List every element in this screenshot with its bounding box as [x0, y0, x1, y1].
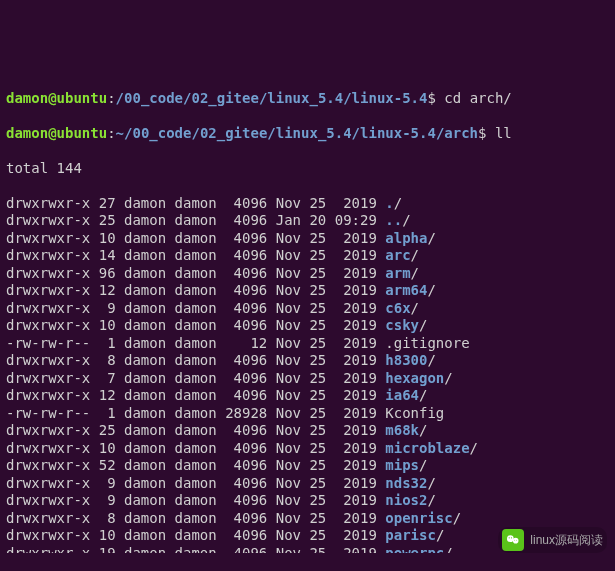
dir-slash: / [444, 370, 452, 386]
dir-name: alpha [385, 230, 427, 246]
svg-point-4 [515, 540, 516, 541]
list-item: -rw-rw-r-- 1 damon damon 12 Nov 25 2019 … [6, 335, 609, 353]
file-listing: drwxrwxr-x 27 damon damon 4096 Nov 25 20… [6, 195, 609, 572]
svg-point-1 [513, 538, 519, 544]
wechat-icon [502, 529, 524, 551]
list-item: drwxrwxr-x 27 damon damon 4096 Nov 25 20… [6, 195, 609, 213]
dir-slash: / [470, 440, 478, 456]
dir-name: ia64 [385, 387, 419, 403]
dir-name: .. [385, 212, 402, 228]
dir-name: arc [385, 247, 410, 263]
terminal[interactable]: damon@ubuntu:/00_code/02_gitee/linux_5.4… [0, 70, 615, 571]
list-item: drwxrwxr-x 10 damon damon 4096 Nov 25 20… [6, 230, 609, 248]
list-item: drwxrwxr-x 25 damon damon 4096 Nov 25 20… [6, 422, 609, 440]
list-item: drwxrwxr-x 9 damon damon 4096 Nov 25 201… [6, 300, 609, 318]
total-line: total 144 [6, 160, 609, 178]
dir-name: m68k [385, 422, 419, 438]
prompt-prev-line: damon@ubuntu:/00_code/02_gitee/linux_5.4… [6, 90, 609, 108]
dir-slash: / [394, 195, 402, 211]
list-item: drwxrwxr-x 14 damon damon 4096 Nov 25 20… [6, 247, 609, 265]
list-item: drwxrwxr-x 12 damon damon 4096 Nov 25 20… [6, 282, 609, 300]
list-item: drwxrwxr-x 52 damon damon 4096 Nov 25 20… [6, 457, 609, 475]
dir-slash: / [453, 510, 461, 526]
list-item: drwxrwxr-x 8 damon damon 4096 Nov 25 201… [6, 352, 609, 370]
bottom-cutoff [0, 553, 615, 571]
dir-slash: / [411, 265, 419, 281]
dir-name: nds32 [385, 475, 427, 491]
svg-point-2 [509, 537, 510, 538]
dir-slash: / [402, 212, 410, 228]
dir-slash: / [419, 387, 427, 403]
list-item: drwxrwxr-x 7 damon damon 4096 Nov 25 201… [6, 370, 609, 388]
prompt-userhost: damon@ubuntu [6, 90, 107, 106]
dir-name: nios2 [385, 492, 427, 508]
prompt-userhost: damon@ubuntu [6, 125, 107, 141]
prompt-path: ~/00_code/02_gitee/linux_5.4/linux-5.4/a… [116, 125, 478, 141]
file-name: Kconfig [385, 405, 444, 421]
list-item: -rw-rw-r-- 1 damon damon 28928 Nov 25 20… [6, 405, 609, 423]
dir-slash: / [436, 527, 444, 543]
dir-name: mips [385, 457, 419, 473]
dir-name: h8300 [385, 352, 427, 368]
prompt-path-fragment: /00_code/02_gitee/linux_5.4/linux-5.4 [116, 90, 428, 106]
list-item: drwxrwxr-x 96 damon damon 4096 Nov 25 20… [6, 265, 609, 283]
dir-slash: / [411, 300, 419, 316]
svg-point-3 [511, 537, 512, 538]
list-item: drwxrwxr-x 10 damon damon 4096 Nov 25 20… [6, 440, 609, 458]
dir-slash: / [411, 247, 419, 263]
dir-slash: / [427, 282, 435, 298]
list-item: drwxrwxr-x 12 damon damon 4096 Nov 25 20… [6, 387, 609, 405]
dir-name: openrisc [385, 510, 452, 526]
prev-command: cd arch/ [444, 90, 511, 106]
svg-point-0 [507, 535, 514, 542]
dir-slash: / [419, 422, 427, 438]
file-name: .gitignore [385, 335, 469, 351]
dir-slash: / [427, 475, 435, 491]
prompt-line: damon@ubuntu:~/00_code/02_gitee/linux_5.… [6, 125, 609, 143]
dir-slash: / [427, 492, 435, 508]
dir-name: microblaze [385, 440, 469, 456]
list-item: drwxrwxr-x 9 damon damon 4096 Nov 25 201… [6, 492, 609, 510]
dir-name: hexagon [385, 370, 444, 386]
dir-slash: / [427, 230, 435, 246]
dir-name: arm [385, 265, 410, 281]
dir-name: c6x [385, 300, 410, 316]
list-item: drwxrwxr-x 25 damon damon 4096 Jan 20 09… [6, 212, 609, 230]
dir-slash: / [419, 457, 427, 473]
list-item: drwxrwxr-x 10 damon damon 4096 Nov 25 20… [6, 317, 609, 335]
dir-name: csky [385, 317, 419, 333]
watermark-text: linux源码阅读 [530, 533, 603, 548]
list-item: drwxrwxr-x 8 damon damon 4096 Nov 25 201… [6, 510, 609, 528]
list-item: drwxrwxr-x 9 damon damon 4096 Nov 25 201… [6, 475, 609, 493]
dir-name: arm64 [385, 282, 427, 298]
dir-name: . [385, 195, 393, 211]
watermark: linux源码阅读 [498, 527, 607, 553]
command: ll [495, 125, 512, 141]
dir-name: parisc [385, 527, 436, 543]
svg-point-5 [517, 540, 518, 541]
dir-slash: / [419, 317, 427, 333]
dir-slash: / [427, 352, 435, 368]
